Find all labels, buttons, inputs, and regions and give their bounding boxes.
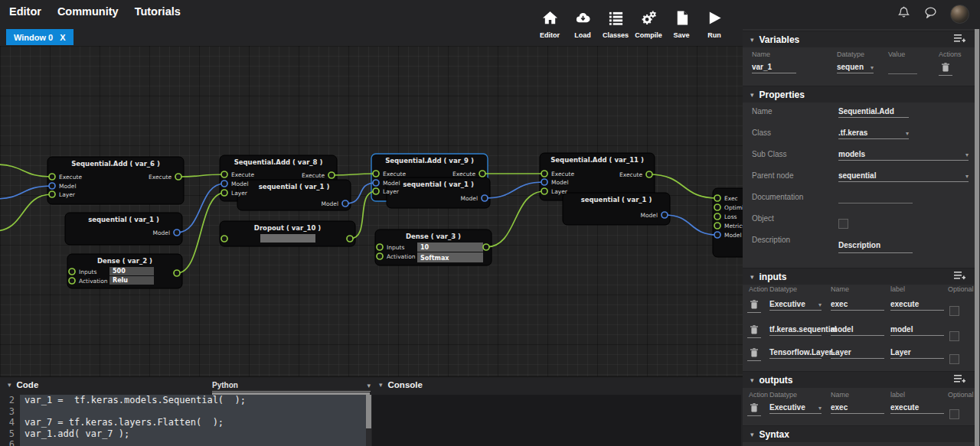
output-port[interactable] (662, 212, 668, 218)
input-port[interactable] (69, 269, 75, 275)
input-port[interactable] (377, 244, 383, 250)
code-text[interactable]: var_1 = tf.keras.models.Sequential( ); (20, 395, 366, 406)
add-row-icon[interactable] (954, 34, 965, 45)
wire[interactable] (0, 186, 52, 199)
delete-row-button[interactable] (747, 403, 761, 416)
code-editor[interactable]: 2var_1 = tf.keras.models.Sequential( );3… (0, 395, 366, 446)
output-port[interactable] (646, 171, 652, 177)
language-select[interactable]: Python ▾ (212, 379, 371, 392)
collapse-triangle-icon[interactable]: ▾ (750, 36, 754, 44)
code-text[interactable]: var_1.add( var_7 ); (20, 428, 366, 440)
property-field-name[interactable]: Sequential.Add (838, 106, 909, 118)
input-port[interactable] (49, 183, 55, 189)
console-panel-header[interactable]: ▾ Console (379, 380, 423, 389)
code-line[interactable]: 5var_1.add( var_7 ); (0, 428, 366, 440)
toolbar-button-save[interactable]: Save (666, 10, 697, 39)
node-field[interactable] (260, 234, 315, 243)
optional-checkbox[interactable] (838, 219, 848, 229)
nav-item-editor[interactable]: Editor (9, 5, 41, 18)
delete-row-button[interactable] (747, 300, 761, 313)
input-port[interactable] (221, 181, 227, 187)
property-field-sub-class[interactable]: models▾ (838, 148, 969, 161)
input-port[interactable] (714, 223, 720, 229)
input-name-field[interactable]: Layer (831, 347, 884, 359)
graph-node-seq_var_1_c[interactable]: sequential ( var_1 ) (387, 177, 490, 208)
tab-window-0[interactable]: Window 0 X (6, 29, 74, 45)
input-port[interactable] (373, 188, 379, 194)
output-port[interactable] (174, 230, 180, 236)
optional-checkbox[interactable] (949, 306, 959, 316)
section-header-outputs[interactable]: ▾ outputs (743, 371, 975, 388)
optional-checkbox[interactable] (949, 354, 959, 364)
section-header-variables[interactable]: ▾ Variables (743, 31, 975, 47)
toolbar-button-classes[interactable]: Classes (600, 10, 631, 39)
variable-datatype-select[interactable]: sequen▾ (837, 61, 874, 73)
toolbar-button-editor[interactable]: Editor (534, 10, 565, 39)
tab-close-button[interactable]: X (60, 33, 65, 42)
property-field-description[interactable]: Description (838, 239, 913, 251)
code-text[interactable] (20, 439, 366, 446)
input-port[interactable] (714, 204, 720, 210)
graph-node-var_10[interactable]: Dropout ( var_10 ) (220, 221, 355, 246)
code-text[interactable] (20, 406, 366, 418)
add-row-icon[interactable] (954, 271, 965, 282)
wire[interactable] (177, 193, 224, 273)
input-port[interactable] (69, 278, 75, 284)
section-header-properties[interactable]: ▾ Properties (743, 86, 975, 103)
input-port[interactable] (221, 236, 227, 242)
input-port[interactable] (221, 190, 227, 196)
code-text[interactable]: var_7 = tf.keras.layers.Flatten( ); (20, 417, 366, 428)
input-port[interactable] (373, 171, 379, 177)
code-line[interactable]: 3 (0, 406, 366, 418)
input-port[interactable] (714, 232, 720, 238)
input-name-field[interactable]: model (831, 324, 884, 336)
output-port[interactable] (479, 171, 485, 177)
input-label-field[interactable]: execute (890, 298, 944, 311)
input-port[interactable] (541, 179, 547, 185)
collapse-triangle-icon[interactable]: ▾ (8, 381, 11, 389)
input-datatype-select[interactable]: tf.keras.sequential (769, 324, 822, 336)
output-name-field[interactable]: exec (831, 402, 884, 414)
wire[interactable] (0, 164, 52, 177)
output-port[interactable] (174, 270, 180, 276)
input-label-field[interactable]: Layer (890, 347, 944, 359)
toolbar-button-run[interactable]: Run (699, 10, 730, 39)
wire[interactable] (486, 191, 544, 247)
input-port[interactable] (373, 180, 379, 186)
toolbar-button-compile[interactable]: Compile (633, 10, 664, 39)
chat-icon[interactable] (923, 5, 938, 23)
input-port[interactable] (714, 213, 720, 220)
collapse-triangle-icon[interactable]: ▾ (750, 431, 754, 438)
code-line[interactable]: 4var_7 = tf.keras.layers.Flatten( ); (0, 417, 366, 428)
code-panel-header[interactable]: ▾ Code (8, 380, 38, 389)
output-port[interactable] (328, 172, 335, 178)
wire[interactable] (0, 194, 52, 231)
variable-name-field[interactable]: var_1 (752, 61, 796, 73)
property-field-documentation[interactable] (838, 191, 913, 203)
output-datatype-select[interactable]: Executive▾ (769, 402, 822, 414)
add-row-icon[interactable] (954, 374, 965, 386)
nav-item-community[interactable]: Community (57, 5, 119, 18)
optional-checkbox[interactable] (949, 331, 959, 341)
collapse-triangle-icon[interactable]: ▾ (750, 376, 754, 384)
input-port[interactable] (49, 191, 55, 197)
section-header-syntax[interactable]: ▾ Syntax (743, 425, 975, 442)
optional-checkbox[interactable] (949, 409, 959, 419)
input-datatype-select[interactable]: Executive▾ (769, 298, 822, 311)
input-port[interactable] (541, 188, 547, 194)
input-port[interactable] (221, 171, 227, 177)
input-label-field[interactable]: model (890, 324, 944, 336)
output-port[interactable] (482, 195, 488, 201)
output-port[interactable] (347, 236, 353, 242)
input-port[interactable] (714, 195, 720, 201)
avatar[interactable] (950, 5, 969, 24)
property-field-class[interactable]: .tf.keras▾ (838, 127, 909, 139)
collapse-triangle-icon[interactable]: ▾ (379, 381, 383, 389)
wire[interactable] (178, 174, 224, 177)
input-name-field[interactable]: exec (831, 298, 884, 311)
output-label-field[interactable]: execute (890, 402, 944, 414)
code-vertical-scrollbar[interactable] (366, 395, 371, 446)
wire[interactable] (485, 182, 544, 198)
wire[interactable] (665, 215, 717, 235)
scrollbar-thumb[interactable] (366, 395, 371, 428)
